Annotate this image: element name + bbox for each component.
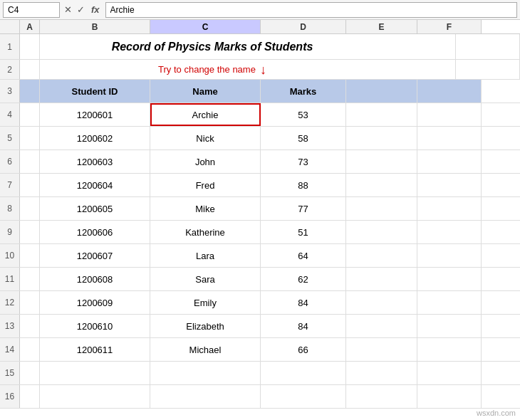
cell-c8[interactable]: Mike (150, 197, 261, 220)
cell-d12[interactable]: 84 (261, 291, 346, 314)
cell-b6[interactable]: 1200603 (40, 150, 150, 173)
cell-a8[interactable] (20, 197, 40, 220)
cell-e10[interactable] (346, 244, 417, 267)
cell-a6[interactable] (20, 150, 40, 173)
cell-d5[interactable]: 58 (261, 127, 346, 149)
cell-f14[interactable] (417, 338, 482, 361)
cell-b4[interactable]: 1200601 (40, 103, 150, 126)
cell-name-header[interactable]: Name (150, 80, 261, 103)
cell-b15[interactable] (40, 362, 150, 384)
cell-d4[interactable]: 53 (261, 103, 346, 126)
cell-c7[interactable]: Fred (150, 174, 261, 196)
cell-b13[interactable]: 1200610 (40, 315, 150, 337)
cell-b9[interactable]: 1200606 (40, 221, 150, 243)
cell-f9[interactable] (417, 221, 482, 243)
cell-d8[interactable]: 77 (261, 197, 346, 220)
cell-a14[interactable] (20, 338, 40, 361)
col-header-c[interactable]: C (150, 20, 261, 33)
cell-f2[interactable] (456, 60, 520, 79)
cell-e1[interactable] (385, 34, 456, 59)
cell-c6[interactable]: John (150, 150, 261, 173)
col-header-f[interactable]: F (417, 20, 482, 33)
cell-f7[interactable] (417, 174, 482, 196)
cell-a13[interactable] (20, 315, 40, 337)
cell-f12[interactable] (417, 291, 482, 314)
cell-marks-header[interactable]: Marks (261, 80, 346, 103)
cell-b10[interactable]: 1200607 (40, 244, 150, 267)
cell-f1[interactable] (456, 34, 520, 59)
cell-f16[interactable] (417, 385, 482, 408)
cell-a9[interactable] (20, 221, 40, 243)
cell-f8[interactable] (417, 197, 482, 220)
cell-c9[interactable]: Katherine (150, 221, 261, 243)
cell-a11[interactable] (20, 268, 40, 290)
cell-e15[interactable] (346, 362, 417, 384)
cell-f11[interactable] (417, 268, 482, 290)
cell-f15[interactable] (417, 362, 482, 384)
cell-c16[interactable] (150, 385, 261, 408)
cell-f4[interactable] (417, 103, 482, 126)
cell-e11[interactable] (346, 268, 417, 290)
cell-b8[interactable]: 1200605 (40, 197, 150, 220)
cell-e6[interactable] (346, 150, 417, 173)
cell-c13[interactable]: Elizabeth (150, 315, 261, 337)
cell-e13[interactable] (346, 315, 417, 337)
cell-a16[interactable] (20, 385, 40, 408)
cell-e4[interactable] (346, 103, 417, 126)
confirm-icon[interactable]: ✓ (76, 4, 86, 15)
cell-a4[interactable] (20, 103, 40, 126)
cell-b11[interactable]: 1200608 (40, 268, 150, 290)
cell-a10[interactable] (20, 244, 40, 267)
col-header-b[interactable]: B (40, 20, 150, 33)
cell-e7[interactable] (346, 174, 417, 196)
cell-b12[interactable]: 1200609 (40, 291, 150, 314)
cell-d15[interactable] (261, 362, 346, 384)
cell-a5[interactable] (20, 127, 40, 149)
cell-c4[interactable]: Archie (150, 103, 261, 126)
cell-f13[interactable] (417, 315, 482, 337)
cell-reference-box[interactable]: C4 (3, 2, 60, 18)
cell-e2[interactable] (385, 60, 456, 79)
cell-d6[interactable]: 73 (261, 150, 346, 173)
cell-d9[interactable]: 51 (261, 221, 346, 243)
cell-c10[interactable]: Lara (150, 244, 261, 267)
cell-e3[interactable] (346, 80, 417, 103)
cell-e8[interactable] (346, 197, 417, 220)
cell-d14[interactable]: 66 (261, 338, 346, 361)
cell-b7[interactable]: 1200604 (40, 174, 150, 196)
col-header-e[interactable]: E (346, 20, 417, 33)
cell-a3[interactable] (20, 80, 40, 103)
cell-a2[interactable] (20, 60, 40, 79)
cell-a7[interactable] (20, 174, 40, 196)
cell-b14[interactable]: 1200611 (40, 338, 150, 361)
formula-input[interactable] (105, 2, 517, 18)
cell-c15[interactable] (150, 362, 261, 384)
cell-d7[interactable]: 88 (261, 174, 346, 196)
cell-f6[interactable] (417, 150, 482, 173)
cell-a15[interactable] (20, 362, 40, 384)
cell-f3[interactable] (417, 80, 482, 103)
cell-c11[interactable]: Sara (150, 268, 261, 290)
cell-d10[interactable]: 64 (261, 244, 346, 267)
col-header-a[interactable]: A (20, 20, 40, 33)
cell-e9[interactable] (346, 221, 417, 243)
cell-e14[interactable] (346, 338, 417, 361)
cell-c5[interactable]: Nick (150, 127, 261, 149)
col-header-d[interactable]: D (261, 20, 346, 33)
cell-c12[interactable]: Emily (150, 291, 261, 314)
cell-b5[interactable]: 1200602 (40, 127, 150, 149)
cell-d11[interactable]: 62 (261, 268, 346, 290)
cancel-icon[interactable]: ✕ (63, 4, 73, 15)
cell-f10[interactable] (417, 244, 482, 267)
cell-c14[interactable]: Michael (150, 338, 261, 361)
cell-a12[interactable] (20, 291, 40, 314)
cell-e12[interactable] (346, 291, 417, 314)
cell-e16[interactable] (346, 385, 417, 408)
cell-studentid-header[interactable]: Student ID (40, 80, 150, 103)
cell-d16[interactable] (261, 385, 346, 408)
cell-a1[interactable] (20, 34, 40, 59)
cell-e5[interactable] (346, 127, 417, 149)
cell-b16[interactable] (40, 385, 150, 408)
function-icon[interactable]: fx (88, 4, 103, 15)
cell-d13[interactable]: 84 (261, 315, 346, 337)
